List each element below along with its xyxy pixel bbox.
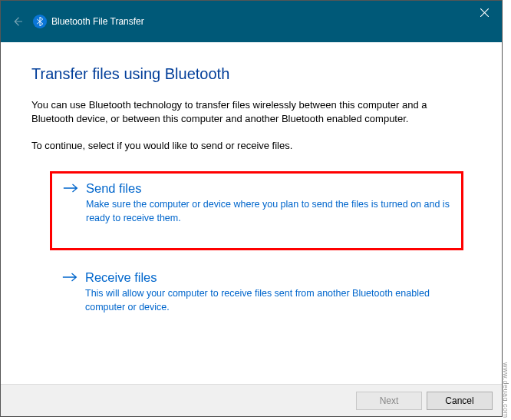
receive-files-option[interactable]: Receive files This will allow your compu…: [50, 261, 463, 325]
footer: Next Cancel: [1, 384, 502, 416]
content-area: Transfer files using Bluetooth You can u…: [1, 42, 502, 325]
watermark: www.deuaq.com: [502, 362, 509, 418]
send-files-body: Send files Make sure the computer or dev…: [86, 181, 450, 225]
receive-files-desc: This will allow your computer to receive…: [85, 287, 451, 314]
close-icon: [480, 8, 489, 17]
cancel-button[interactable]: Cancel: [427, 392, 493, 410]
close-button[interactable]: [466, 1, 502, 24]
wizard-window: Bluetooth File Transfer Transfer files u…: [0, 0, 503, 417]
bluetooth-icon: [33, 15, 47, 28]
next-button: Next: [356, 392, 422, 410]
receive-files-title: Receive files: [85, 270, 451, 285]
receive-files-body: Receive files This will allow your compu…: [85, 270, 451, 314]
send-files-desc: Make sure the computer or device where y…: [86, 198, 450, 225]
page-instruction: To continue, select if you would like to…: [31, 140, 471, 151]
page-description: You can use Bluetooth technology to tran…: [31, 98, 471, 126]
arrow-right-icon: [62, 272, 77, 314]
back-button[interactable]: [8, 12, 27, 31]
window-title: Bluetooth File Transfer: [51, 16, 144, 27]
page-heading: Transfer files using Bluetooth: [31, 65, 471, 83]
arrow-right-icon: [63, 183, 78, 225]
back-arrow-icon: [11, 15, 25, 28]
send-files-title: Send files: [86, 181, 450, 196]
send-files-option[interactable]: Send files Make sure the computer or dev…: [50, 171, 463, 250]
titlebar: Bluetooth File Transfer: [1, 1, 502, 42]
